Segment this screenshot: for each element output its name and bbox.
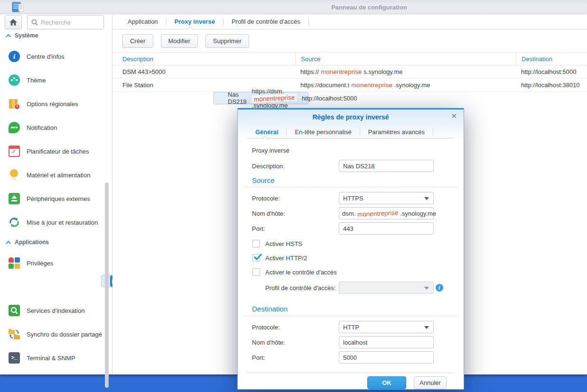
speech-bubble-icon (9, 122, 20, 133)
table-row[interactable]: DSM 443>5000 https://monentreprises.syno… (112, 65, 587, 79)
access-profile-label: Profil de contrôle d'accès: (265, 284, 335, 292)
dialog-tab-parametres-avances[interactable]: Paramètres avancés (360, 128, 433, 136)
folder-sync-icon (9, 328, 20, 340)
sidebar: Recherche Système i Centre d'infos Thème… (0, 14, 112, 374)
search-input[interactable]: Recherche (27, 15, 104, 29)
tab-profil-controle-acces[interactable]: Profil de contrôle d'accès (224, 14, 308, 29)
destination-hostname-label: Nom d'hôte: (252, 339, 285, 346)
tab-proxy-inverse[interactable]: Proxy inversé (167, 14, 223, 29)
hsts-checkbox[interactable] (252, 240, 260, 247)
access-control-label: Activer le contrôle d'accès (265, 269, 337, 276)
access-control-checkbox[interactable] (252, 268, 260, 276)
http2-label: Activer HTTP/2 (265, 255, 307, 262)
table-row-selected[interactable]: Nas DS218 https://dsm.monentreprise.syno… (214, 92, 308, 104)
sidebar-item-peripheriques[interactable]: Périphériques externes (4, 187, 105, 210)
sidebar-section-applications[interactable]: Applications (6, 239, 49, 246)
column-header-destination[interactable]: Destination (516, 53, 587, 65)
sidebar-item-planificateur[interactable]: Planificateur de tâches (4, 139, 105, 163)
close-icon[interactable]: ✕ (451, 112, 457, 119)
dialog-tabs: Général En-tête personnalisé Paramètres … (247, 126, 454, 138)
dialog-header[interactable]: Règles de proxy inversé ✕ Général En-têt… (238, 109, 464, 139)
sidebar-item-materiel[interactable]: Matériel et alimentation (4, 163, 105, 187)
table-header: Description Source Destination (112, 52, 587, 65)
destination-protocol-select[interactable]: HTTP (339, 321, 434, 333)
column-header-description[interactable]: Description (112, 55, 295, 63)
desktop: Panneau de configuration Recherche Systè… (0, 0, 587, 392)
destination-port-label: Port: (252, 354, 265, 361)
access-profile-select (339, 282, 434, 294)
tab-divider (433, 128, 433, 136)
search-document-icon (9, 305, 20, 316)
reverse-proxy-rules-dialog: Règles de proxy inversé ✕ Général En-têt… (237, 108, 464, 390)
proxy-rules-table: Description Source Destination DSM 443>5… (112, 52, 587, 92)
info-circle-icon: i (9, 51, 20, 62)
sidebar-item-mise-a-jour[interactable]: Mise à jour et restauration (4, 210, 105, 234)
titlebar[interactable]: Panneau de configuration (0, 0, 587, 14)
dialog-tab-entete-personnalise[interactable]: En-tête personnalisé (287, 128, 359, 136)
source-port-input[interactable] (339, 222, 434, 235)
column-header-source[interactable]: Source (295, 53, 516, 65)
cancel-button[interactable]: Annuler (414, 376, 447, 389)
control-panel-app-icon (12, 2, 26, 13)
chevron-down-icon (424, 287, 429, 290)
destination-port-input[interactable] (339, 351, 434, 364)
create-button[interactable]: Créer (122, 34, 153, 48)
section-divider (243, 187, 458, 187)
search-icon (31, 19, 38, 26)
destination-section-title: Destination (252, 305, 288, 313)
home-button[interactable] (5, 15, 22, 29)
chevron-up-icon (6, 241, 11, 244)
source-protocol-select[interactable]: HTTPS (339, 192, 434, 204)
region-clock-icon (9, 98, 20, 109)
sidebar-item-synchro-dossier[interactable]: Synchro du dossier partagé (4, 322, 105, 346)
ok-button[interactable]: OK (367, 376, 406, 389)
section-divider (243, 316, 458, 316)
sidebar-scrollbar[interactable] (105, 182, 109, 388)
source-port-label: Port: (252, 225, 265, 232)
dialog-title: Règles de proxy inversé (312, 113, 389, 121)
window-title: Panneau de configuration (331, 4, 407, 11)
tab-application[interactable]: Application (120, 14, 166, 29)
terminal-icon: >_ (9, 352, 20, 364)
home-icon (9, 19, 17, 26)
redacted-text: monentreprise (252, 93, 297, 102)
table-row[interactable]: File Station https://document.tmonentrep… (112, 79, 587, 92)
sidebar-section-systeme[interactable]: Système (6, 32, 38, 39)
sidebar-item-options-regionales[interactable]: Options régionales (4, 92, 105, 116)
colored-tiles-icon (9, 257, 20, 269)
delete-button[interactable]: Supprimer (205, 34, 249, 48)
edit-button[interactable]: Modifier (161, 34, 198, 48)
main-tabs: Application Proxy inversé Profil de cont… (112, 14, 587, 29)
search-placeholder: Recherche (41, 19, 71, 26)
eject-drive-icon (9, 193, 20, 204)
check-icon (253, 252, 262, 262)
chevron-down-icon (424, 197, 429, 200)
description-input[interactable] (339, 160, 434, 172)
calendar-check-icon (9, 146, 20, 157)
dialog-tab-general[interactable]: Général (247, 128, 286, 136)
source-section-title: Source (252, 176, 275, 185)
sidebar-item-centre-infos[interactable]: i Centre d'infos (4, 45, 105, 68)
sidebar-item-notification[interactable]: Notification (4, 116, 105, 139)
sidebar-item-theme[interactable]: Thème (4, 68, 105, 92)
http2-checkbox[interactable] (252, 254, 260, 262)
destination-hostname-input[interactable] (339, 336, 434, 348)
tab-divider (308, 18, 309, 26)
palette-icon (9, 74, 20, 86)
chevron-up-icon (6, 34, 11, 37)
hsts-label: Activer HSTS (265, 240, 302, 247)
lightbulb-icon (9, 169, 20, 181)
source-protocol-label: Protocole: (252, 195, 280, 202)
sidebar-item-services-indexation[interactable]: Services d'indexation (4, 299, 105, 322)
source-hostname-label: Nom d'hôte: (252, 210, 285, 217)
redacted-text: monentreprise (355, 209, 401, 218)
sidebar-item-terminal-snmp[interactable]: >_ Terminal & SNMP (4, 346, 105, 370)
footer-divider (247, 373, 454, 373)
redacted-text: monentreprise (349, 82, 394, 89)
destination-protocol-label: Protocole: (252, 324, 280, 331)
toolbar: Créer Modifier Supprimer (122, 34, 587, 48)
sidebar-item-privileges[interactable]: Privilèges (4, 251, 105, 275)
source-hostname-input[interactable]: dsm.monentreprise.synology.me (339, 207, 434, 219)
redacted-text: monentreprise (319, 68, 363, 75)
info-icon[interactable]: i (436, 284, 443, 292)
